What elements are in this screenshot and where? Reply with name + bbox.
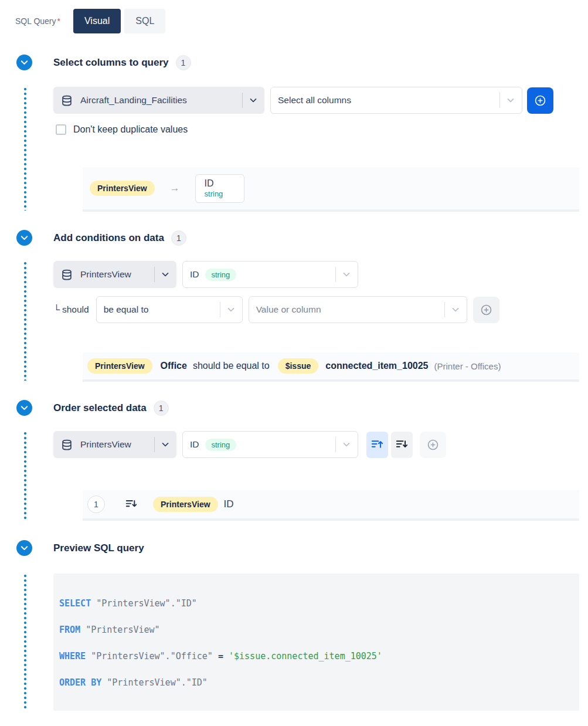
section-header-sql-preview: Preview SQL query	[16, 540, 588, 556]
table-select-value: Aircraft_Landing_Facilities	[80, 95, 187, 106]
section-header-order: Order selected data 1	[16, 400, 588, 416]
chevron-down-icon	[248, 95, 259, 106]
section-header-conditions: Add conditions on data 1	[16, 230, 588, 246]
add-condition-button[interactable]	[473, 297, 499, 323]
chevron-down-icon	[341, 439, 352, 450]
field-label: SQL Query*	[15, 16, 60, 26]
sql-line: SELECT "PrintersView"."ID"	[59, 591, 573, 617]
operator-select[interactable]: be equal to	[96, 296, 243, 323]
table-chip: PrintersView	[90, 181, 155, 196]
sort-descending-icon	[125, 498, 138, 511]
dedupe-checkbox[interactable]	[56, 124, 66, 135]
order-column-select[interactable]: ID string	[182, 431, 358, 458]
section-count-badge: 1	[154, 401, 169, 416]
select-divider	[220, 302, 220, 317]
column-type-pill: string	[205, 439, 237, 451]
column-type-pill: string	[205, 269, 237, 281]
sql-line: ORDER BY "PrintersView"."ID"	[59, 670, 573, 696]
column-type: string	[205, 189, 235, 198]
section-body-sql-preview: SELECT "PrintersView"."ID" FROM "Printer…	[53, 574, 579, 711]
summary-note: (Printer - Offices)	[434, 361, 501, 371]
chevron-down-icon	[19, 542, 30, 554]
dedupe-label: Don't keep duplicate values	[73, 124, 188, 135]
section-count-badge: 1	[176, 55, 191, 70]
chevron-down-icon	[160, 269, 171, 280]
circled-plus-icon	[480, 303, 493, 317]
sort-descending-icon	[395, 438, 409, 452]
dotted-rail	[24, 262, 26, 381]
chevron-down-icon	[505, 95, 516, 106]
chevron-down-icon	[226, 304, 236, 315]
section-body-order: PrintersView ID string 1 Pri	[53, 431, 579, 521]
columns-select[interactable]: Select all columns	[270, 87, 522, 114]
table-select-value: PrintersView	[80, 439, 131, 450]
condition-connector: └should	[53, 304, 89, 315]
chevron-down-icon	[19, 402, 30, 413]
select-divider	[154, 437, 155, 452]
select-divider	[154, 267, 155, 282]
collapse-section-button[interactable]	[16, 55, 32, 70]
select-divider	[335, 267, 336, 282]
value-chip: $issue	[278, 358, 319, 374]
order-column-row: PrintersView ID string	[53, 431, 579, 458]
operator-select-value: be equal to	[104, 304, 149, 315]
value-select-placeholder: Value or column	[256, 304, 321, 315]
section-title: Select columns to query	[53, 57, 169, 69]
arrow-right-icon: →	[170, 182, 180, 194]
summary-operator: should be equal to	[193, 361, 270, 371]
condition-operator-row: └should be equal to Value or column	[53, 296, 579, 323]
condition-column-select[interactable]: ID string	[182, 261, 358, 288]
sql-line: FROM "PrintersView"	[59, 617, 573, 643]
table-select-value: PrintersView	[80, 269, 131, 280]
tab-visual[interactable]: Visual	[73, 9, 121, 33]
tab-sql[interactable]: SQL	[124, 9, 165, 33]
chevron-down-icon	[450, 304, 461, 315]
chevron-down-icon	[341, 269, 352, 280]
sql-query-builder: SQL Query* Visual SQL Select columns to …	[0, 0, 588, 726]
collapse-section-button[interactable]	[16, 400, 32, 416]
table-select[interactable]: Aircraft_Landing_Facilities	[53, 87, 264, 114]
sort-ascending-button[interactable]	[366, 432, 388, 458]
required-marker: *	[57, 16, 60, 26]
column-card: ID string	[195, 174, 244, 203]
database-icon	[60, 438, 73, 452]
dedupe-row: Don't keep duplicate values	[56, 124, 579, 135]
condition-summary: PrintersView Office should be equal to $…	[83, 352, 579, 382]
select-divider	[499, 93, 500, 108]
selected-columns-preview: PrintersView → ID string	[83, 167, 579, 212]
section-body-conditions: PrintersView ID string └should be equal …	[53, 261, 579, 382]
field-header: SQL Query* Visual SQL	[0, 0, 588, 33]
select-divider	[444, 302, 445, 317]
sort-ascending-icon	[371, 438, 384, 452]
column-select-row: Aircraft_Landing_Facilities Select all c…	[53, 87, 579, 114]
table-chip: PrintersView	[153, 497, 218, 512]
mode-tabs: Visual SQL	[73, 9, 165, 33]
summary-column: Office	[161, 361, 187, 371]
add-column-select-button[interactable]	[527, 87, 553, 114]
chevron-down-icon	[19, 57, 30, 68]
dotted-rail	[24, 432, 26, 520]
collapse-section-button[interactable]	[16, 540, 32, 556]
section-header-select-columns: Select columns to query 1	[16, 55, 588, 70]
table-select[interactable]: PrintersView	[53, 261, 176, 288]
column-name: ID	[205, 178, 235, 189]
section-body-select-columns: Aircraft_Landing_Facilities Select all c…	[53, 87, 579, 212]
table-select[interactable]: PrintersView	[53, 431, 176, 458]
section-count-badge: 1	[171, 230, 186, 246]
database-icon	[60, 268, 73, 281]
chevron-down-icon	[160, 439, 171, 450]
dotted-rail	[24, 575, 26, 710]
sql-line: WHERE "PrintersView"."Office" = '$issue.…	[59, 643, 573, 670]
summary-value: connected_item_10025	[325, 361, 428, 371]
sql-code-block: SELECT "PrintersView"."ID" FROM "Printer…	[53, 574, 579, 711]
order-preview: 1 PrintersView ID	[83, 490, 579, 521]
collapse-section-button[interactable]	[16, 230, 32, 246]
table-chip: PrintersView	[87, 358, 152, 374]
sort-descending-button[interactable]	[391, 432, 413, 458]
section-title: Preview SQL query	[53, 542, 144, 554]
section-title: Order selected data	[53, 402, 147, 414]
value-select[interactable]: Value or column	[249, 296, 467, 323]
database-icon	[60, 94, 73, 107]
add-order-button[interactable]	[420, 432, 446, 458]
dotted-rail	[24, 88, 26, 211]
